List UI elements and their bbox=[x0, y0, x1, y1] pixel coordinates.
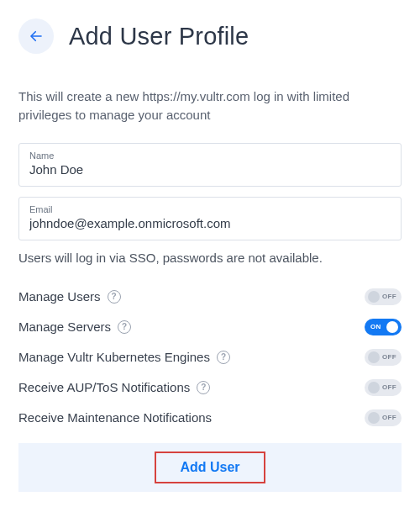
toggle-knob bbox=[368, 412, 380, 424]
permission-toggle[interactable]: OFF bbox=[365, 288, 402, 305]
name-input[interactable] bbox=[29, 162, 391, 177]
help-icon[interactable]: ? bbox=[118, 320, 131, 334]
name-label: Name bbox=[29, 151, 391, 161]
page-header: Add User Profile bbox=[18, 18, 402, 54]
email-field-wrapper: Email bbox=[18, 197, 402, 240]
name-field-wrapper: Name bbox=[18, 143, 402, 187]
permission-left: Receive Maintenance Notifications bbox=[18, 410, 212, 425]
toggle-state-label: OFF bbox=[382, 353, 396, 361]
help-icon[interactable]: ? bbox=[217, 351, 230, 364]
permission-left: Manage Servers? bbox=[18, 320, 131, 334]
permission-left: Manage Users? bbox=[18, 289, 121, 304]
toggle-knob bbox=[368, 291, 380, 303]
help-icon[interactable]: ? bbox=[108, 290, 121, 304]
intro-text: This will create a new https://my.vultr.… bbox=[18, 87, 402, 124]
toggle-knob bbox=[386, 321, 398, 333]
toggle-knob bbox=[368, 351, 380, 363]
permissions-list: Manage Users?OFFManage Servers?ONManage … bbox=[18, 288, 402, 426]
page-title: Add User Profile bbox=[69, 23, 249, 50]
back-button[interactable] bbox=[18, 18, 54, 54]
permission-label: Manage Servers bbox=[18, 320, 111, 334]
permission-toggle[interactable]: OFF bbox=[365, 379, 402, 396]
permission-left: Receive AUP/ToS Notifications? bbox=[18, 380, 210, 394]
email-label: Email bbox=[29, 204, 391, 214]
permission-toggle[interactable]: OFF bbox=[365, 349, 402, 366]
sso-note: Users will log in via SSO, passwords are… bbox=[18, 251, 402, 265]
email-input[interactable] bbox=[29, 216, 391, 230]
toggle-state-label: OFF bbox=[382, 293, 396, 300]
help-icon[interactable]: ? bbox=[197, 381, 210, 394]
permission-label: Manage Users bbox=[18, 289, 101, 304]
toggle-state-label: OFF bbox=[382, 383, 396, 391]
permission-left: Manage Vultr Kubernetes Engines? bbox=[18, 350, 230, 364]
permission-label: Receive Maintenance Notifications bbox=[18, 410, 212, 425]
permission-row: Receive Maintenance NotificationsOFF bbox=[18, 409, 402, 426]
toggle-state-label: OFF bbox=[382, 414, 396, 421]
permission-row: Manage Users?OFF bbox=[18, 288, 402, 305]
permission-row: Manage Vultr Kubernetes Engines?OFF bbox=[18, 349, 402, 366]
toggle-knob bbox=[368, 382, 380, 393]
submit-bar: Add User bbox=[18, 443, 402, 492]
toggle-state-label: ON bbox=[370, 323, 381, 330]
permission-label: Manage Vultr Kubernetes Engines bbox=[18, 350, 210, 364]
add-user-button[interactable]: Add User bbox=[155, 452, 265, 483]
permission-row: Receive AUP/ToS Notifications?OFF bbox=[18, 379, 402, 396]
permission-label: Receive AUP/ToS Notifications bbox=[18, 380, 190, 394]
arrow-left-icon bbox=[29, 29, 44, 44]
permission-row: Manage Servers?ON bbox=[18, 319, 402, 335]
permission-toggle[interactable]: ON bbox=[365, 319, 402, 335]
permission-toggle[interactable]: OFF bbox=[365, 409, 402, 426]
